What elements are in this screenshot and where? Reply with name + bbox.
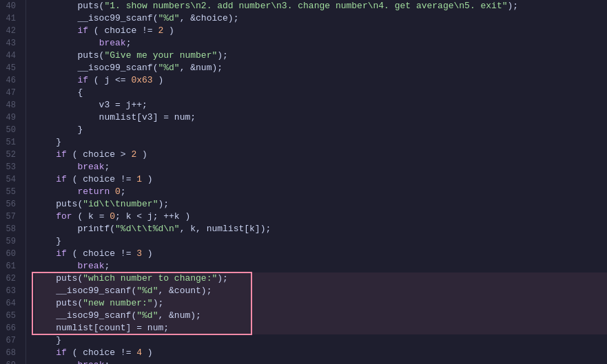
line-number: 65 (3, 310, 20, 322)
code-content: puts("1. show numbers\n2. add number\n3.… (26, 0, 607, 364)
code-line: return 0; (34, 186, 607, 198)
line-number: 64 (3, 297, 20, 310)
line-number: 41 (3, 12, 20, 25)
line-number: 62 (3, 272, 20, 285)
code-line: for ( k = 0; k < j; ++k ) (34, 211, 607, 223)
code-line: if ( choice != 1 ) (34, 173, 607, 186)
code-line: if ( j <= 0x63 ) (34, 74, 607, 87)
line-number: 67 (3, 334, 20, 347)
code-line: break; (34, 161, 607, 173)
code-line: } (34, 124, 607, 136)
code-line: } (34, 136, 607, 149)
line-number: 51 (3, 136, 20, 149)
code-line: puts("which number to change:"); (34, 272, 607, 285)
line-number: 60 (3, 248, 20, 260)
code-line: numlist[count] = num; (34, 322, 607, 334)
line-number: 63 (3, 285, 20, 297)
line-number: 58 (3, 223, 20, 235)
code-line: puts("1. show numbers\n2. add number\n3.… (34, 0, 607, 12)
line-number: 42 (3, 25, 20, 37)
line-number: 53 (3, 161, 20, 173)
line-number: 48 (3, 99, 20, 111)
code-line: if ( choice != 3 ) (34, 248, 607, 260)
line-number: 43 (3, 37, 20, 50)
line-number: 47 (3, 87, 20, 99)
code-line: break; (34, 359, 607, 364)
line-numbers: 4041424344454647484950515253545556575859… (0, 0, 26, 364)
line-number: 61 (3, 260, 20, 272)
code-line: __isoc99_scanf("%d", &count); (34, 285, 607, 297)
line-number: 52 (3, 149, 20, 161)
line-number: 59 (3, 235, 20, 248)
line-number: 55 (3, 186, 20, 198)
line-number: 57 (3, 211, 20, 223)
code-line: } (34, 334, 607, 347)
code-line: __isoc99_scanf("%d", &choice); (34, 12, 607, 25)
code-line: if ( choice > 2 ) (34, 149, 607, 161)
line-number: 68 (3, 347, 20, 359)
code-line: __isoc99_scanf("%d", &num); (34, 62, 607, 74)
line-number: 46 (3, 74, 20, 87)
code-line: { (34, 87, 607, 99)
line-number: 44 (3, 50, 20, 62)
line-number: 40 (3, 0, 20, 12)
code-line: puts("new number:"); (34, 297, 607, 310)
code-line: printf("%d\t\t%d\n", k, numlist[k]); (34, 223, 607, 235)
line-number: 54 (3, 173, 20, 186)
code-line: v3 = j++; (34, 99, 607, 111)
code-line: if ( choice != 4 ) (34, 347, 607, 359)
code-line: break; (34, 37, 607, 50)
line-number: 49 (3, 111, 20, 124)
code-line: } (34, 235, 607, 248)
line-number: 45 (3, 62, 20, 74)
code-line: break; (34, 260, 607, 272)
code-line: puts("id\t\tnumber"); (34, 198, 607, 211)
line-number: 50 (3, 124, 20, 136)
code-line: puts("Give me your number"); (34, 50, 607, 62)
line-number: 66 (3, 322, 20, 334)
line-number: 69 (3, 359, 20, 364)
code-line: if ( choice != 2 ) (34, 25, 607, 37)
code-line: __isoc99_scanf("%d", &num); (34, 310, 607, 322)
line-number: 56 (3, 198, 20, 211)
code-editor: 4041424344454647484950515253545556575859… (0, 0, 607, 364)
code-line: numlist[v3] = num; (34, 111, 607, 124)
